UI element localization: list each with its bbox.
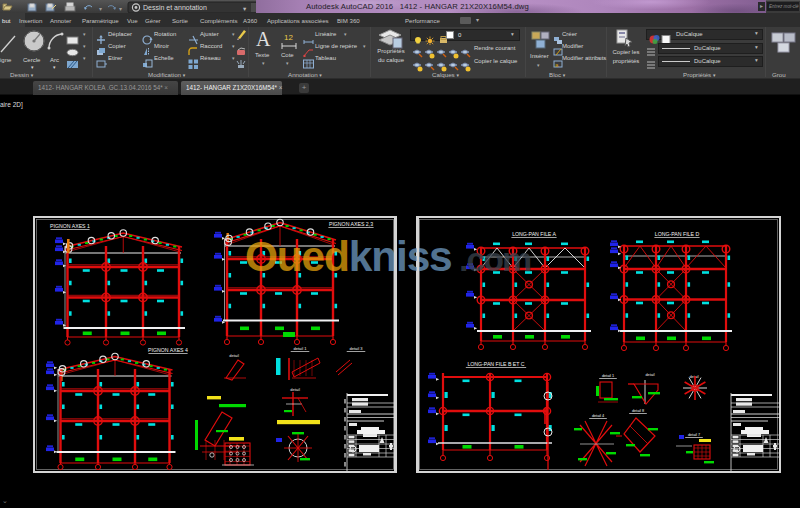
svg-text:A: A — [256, 28, 271, 50]
svg-text:detail 1: detail 1 — [294, 346, 308, 351]
svg-text:LONG-PAN FILE D: LONG-PAN FILE D — [655, 231, 700, 237]
svg-text:PIGNON AXES 4: PIGNON AXES 4 — [148, 347, 188, 353]
svg-text:12: 12 — [284, 33, 293, 42]
svg-text:LONG-PAN FILE B ET C: LONG-PAN FILE B ET C — [467, 361, 524, 367]
svg-text:LONG-PAN FILE A: LONG-PAN FILE A — [512, 231, 556, 237]
svg-text:.com: .com — [459, 240, 531, 278]
svg-text:PIGNON AXES 1: PIGNON AXES 1 — [50, 223, 90, 229]
svg-text:detail 1: detail 1 — [602, 374, 614, 378]
svg-text:detail 4: detail 4 — [592, 414, 604, 418]
svg-text:detail: detail — [689, 375, 698, 379]
svg-text:detail 8: detail 8 — [632, 409, 644, 413]
svg-text:detail 7: detail 7 — [688, 433, 700, 437]
svg-text:detail: detail — [290, 387, 300, 392]
svg-text:▾: ▾ — [119, 6, 122, 12]
svg-text:detail: detail — [229, 353, 239, 358]
svg-text:▾: ▾ — [99, 6, 102, 12]
svg-text:detail 3: detail 3 — [350, 346, 364, 351]
svg-text:detail: detail — [645, 373, 654, 377]
svg-text:Dessin et annotation: Dessin et annotation — [143, 4, 207, 11]
svg-text:PIGNON AXES 2,3: PIGNON AXES 2,3 — [329, 221, 373, 227]
svg-text:Ouedkniss: Ouedkniss — [245, 233, 452, 280]
